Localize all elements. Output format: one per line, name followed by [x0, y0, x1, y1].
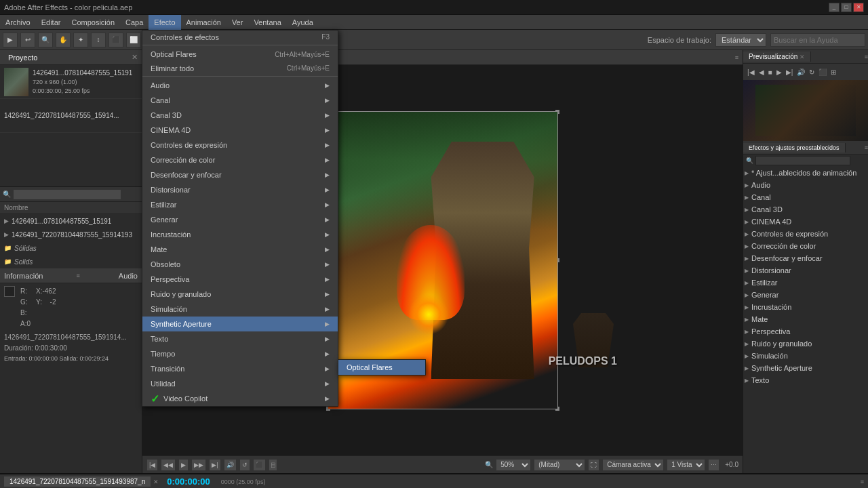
toolbar-btn-3[interactable]: 🔍 [38, 33, 53, 47]
menu-ruido[interactable]: Ruido y granulado ▶ [142, 287, 338, 302]
menu-audio[interactable]: Audio ▶ [142, 78, 338, 93]
effects-item-synthetic[interactable]: ▶ Synthetic Aperture [743, 362, 868, 374]
views-select[interactable]: 1 Vista [667, 459, 705, 471]
effects-item-cinema4d[interactable]: ▶ CINEMA 4D [743, 216, 868, 228]
project-panel-close[interactable]: ✕ [132, 53, 138, 62]
audio-tab[interactable]: Audio [119, 272, 138, 280]
panel-menu-icon[interactable]: ≡ [865, 54, 868, 60]
viewer-options-icon[interactable]: ≡ [735, 54, 738, 61]
menu-archivo[interactable]: Archivo [0, 15, 36, 30]
timeline-menu-icon[interactable]: ≡ [861, 479, 864, 485]
toolbar-btn-1[interactable]: ▶ [3, 33, 18, 47]
effects-tab[interactable]: Efectos y ajustes preestablecidos [743, 143, 846, 152]
effects-menu-icon[interactable]: ≡ [865, 144, 868, 151]
submenu-optical-flares[interactable]: Optical Flares [338, 360, 425, 375]
prev-stop[interactable]: ■ [767, 68, 774, 76]
camera-select[interactable]: Cámara activa [602, 459, 664, 471]
menu-generar[interactable]: Generar ▶ [142, 212, 338, 227]
menu-canal[interactable]: Canal ▶ [142, 93, 338, 108]
vt-btn-start[interactable]: |◀ [146, 459, 158, 471]
vt-btn-play[interactable]: ▶ [178, 459, 189, 471]
menu-perspectiva[interactable]: Perspectiva ▶ [142, 272, 338, 287]
effects-search-input[interactable] [755, 156, 850, 165]
menu-synthetic-aperture[interactable]: Synthetic Aperture ▶ [142, 317, 338, 331]
menu-distorsionar[interactable]: Distorsionar ▶ [142, 182, 338, 197]
menu-eliminar-todo[interactable]: Eliminar todo Ctrl+Mayús+E [142, 62, 338, 77]
effects-item-distorsionar[interactable]: ▶ Distorsionar [743, 264, 868, 277]
effects-item-estilizar[interactable]: ▶ Estilizar [743, 277, 868, 289]
minimize-button[interactable]: _ [829, 3, 840, 12]
menu-controles-efectos[interactable]: Controles de efectos F3 [142, 30, 338, 45]
maximize-button[interactable]: □ [841, 3, 852, 12]
menu-estilizar[interactable]: Estilizar ▶ [142, 197, 338, 212]
project-item-2[interactable]: 1426491_722078104487555_15914... [0, 99, 142, 133]
project-search-input[interactable] [13, 189, 121, 200]
menu-desenfocar[interactable]: Desenfocar y enfocar ▶ [142, 167, 338, 182]
file-item-2[interactable]: ▶ 1426491_722078104487555_15914193 [0, 228, 142, 241]
menu-texto[interactable]: Texto ▶ [142, 331, 338, 346]
timeline-tab[interactable]: 1426491_722078104487555_1591493987_n [4, 476, 151, 487]
menu-ver[interactable]: Ver [226, 15, 249, 30]
vt-btn-audio[interactable]: 🔊 [224, 459, 237, 471]
effects-item-perspectiva[interactable]: ▶ Perspectiva [743, 325, 868, 338]
menu-mate[interactable]: Mate ▶ [142, 242, 338, 257]
menu-efecto[interactable]: Efecto [149, 15, 180, 30]
effects-item-canal[interactable]: ▶ Canal [743, 191, 868, 203]
menu-capa[interactable]: Capa [120, 15, 149, 30]
window-controls[interactable]: _ □ ✕ [829, 3, 864, 12]
effects-item-anim[interactable]: ▶ * Ajust...ablecidos de animación [743, 167, 868, 179]
menu-utilidad[interactable]: Utilidad ▶ [142, 376, 338, 391]
workspace-select[interactable]: Estándar [715, 33, 766, 47]
close-button[interactable]: ✕ [853, 3, 864, 12]
vt-btn-prev-frame[interactable]: ◀◀ [161, 459, 176, 471]
prev-next[interactable]: ▶ [775, 68, 783, 76]
menu-incrustacion[interactable]: Incrustación ▶ [142, 227, 338, 242]
vt-btn-next-frame[interactable]: ▶▶ [191, 459, 206, 471]
prev-prev[interactable]: ◀ [757, 68, 766, 76]
preview-tab-close[interactable]: ✕ [800, 54, 805, 60]
preview-tab[interactable]: Previsualización✕ [743, 52, 811, 62]
effects-item-incrustacion[interactable]: ▶ Incrustación [743, 301, 868, 313]
toolbar-btn-6[interactable]: ↕ [91, 33, 106, 47]
toolbar-btn-7[interactable]: ⬛ [108, 33, 123, 47]
vt-btn-snap[interactable]: ⌸ [269, 459, 277, 471]
effects-item-texto[interactable]: ▶ Texto [743, 374, 868, 386]
effects-item-mate[interactable]: ▶ Mate [743, 313, 868, 325]
project-tab[interactable]: Proyecto [4, 52, 41, 63]
file-item-1[interactable]: ▶ 1426491...078104487555_15191 [0, 214, 142, 228]
menu-correccion-color[interactable]: Corrección de color ▶ [142, 152, 338, 167]
help-search-input[interactable] [770, 33, 865, 47]
menu-ayuda[interactable]: Ayuda [287, 15, 319, 30]
menu-tiempo[interactable]: Tiempo ▶ [142, 346, 338, 361]
menu-controles-expresion[interactable]: Controles de expresión ▶ [142, 138, 338, 152]
quality-select[interactable]: (Mitad) (Completo) [534, 459, 585, 471]
prev-audio[interactable]: 🔊 [795, 68, 806, 76]
menu-editar[interactable]: Editar [36, 15, 66, 30]
prev-loop[interactable]: ↻ [808, 68, 816, 76]
toolbar-btn-2[interactable]: ↩ [20, 33, 35, 47]
effects-item-audio[interactable]: ▶ Audio [743, 179, 868, 191]
menu-simulacion[interactable]: Simulación ▶ [142, 302, 338, 317]
effects-item-simulacion[interactable]: ▶ Simulación [743, 350, 868, 362]
prev-record[interactable]: ⬛ [817, 68, 828, 76]
info-options-icon[interactable]: ≡ [77, 272, 80, 279]
timeline-tab-close[interactable]: ✕ [153, 479, 159, 485]
menu-ventana[interactable]: Ventana [248, 15, 286, 30]
vt-btn-more[interactable]: ⋯ [708, 459, 719, 471]
file-folder-solidas[interactable]: 📁 Sólidas [0, 241, 142, 255]
vt-btn-preview[interactable]: ⬛ [253, 459, 266, 471]
menu-optical-flares-top[interactable]: Optical Flares Ctrl+Alt+Mayús+E [142, 47, 338, 62]
effects-item-desenfocar[interactable]: ▶ Desenfocar y enfocar [743, 252, 868, 264]
vt-btn-fullscreen[interactable]: ⛶ [588, 459, 599, 471]
menu-animacion[interactable]: Animación [181, 15, 226, 30]
prev-snap[interactable]: ⊞ [829, 68, 837, 76]
menu-cinema4d[interactable]: CINEMA 4D ▶ [142, 123, 338, 138]
toolbar-btn-5[interactable]: ✦ [73, 33, 88, 47]
prev-end[interactable]: ▶| [785, 68, 795, 76]
effects-item-ruido[interactable]: ▶ Ruido y granulado [743, 338, 868, 350]
prev-start[interactable]: |◀ [746, 68, 756, 76]
effects-item-generar[interactable]: ▶ Generar [743, 289, 868, 301]
menu-obsoleto[interactable]: Obsoleto ▶ [142, 257, 338, 272]
menu-video-copilot[interactable]: ✓ Video Copilot ▶ [142, 391, 338, 406]
info-tab[interactable]: Información [4, 272, 43, 280]
